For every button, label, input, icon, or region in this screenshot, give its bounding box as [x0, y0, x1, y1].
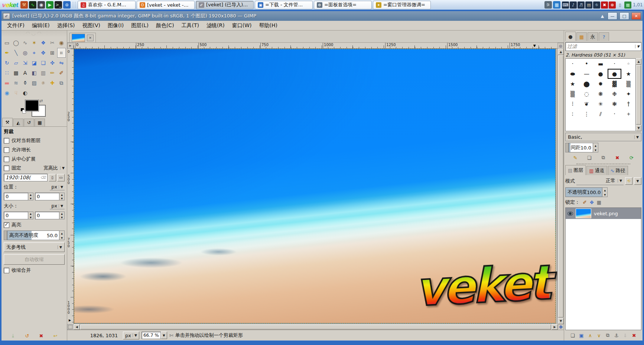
gradient-tool[interactable]: ▥ — [39, 68, 48, 78]
brush-item[interactable]: ✸ — [593, 79, 608, 89]
highlight-checkbox[interactable] — [4, 222, 9, 228]
paths-tool[interactable]: ✒ — [3, 48, 11, 58]
perspective-tool[interactable]: ◪ — [30, 58, 38, 68]
ellipse-select-tool[interactable]: ◯ — [12, 38, 20, 48]
size-y-spinner[interactable]: 0 ▲▼ — [35, 212, 65, 219]
brush-item[interactable]: ⬤ — [580, 79, 594, 89]
guides-combo[interactable]: 无参考线 ▼ — [4, 242, 65, 252]
duplicate-brush-button[interactable]: ⧉ — [599, 154, 607, 161]
scroll-down-icon[interactable]: ▼ — [636, 125, 641, 131]
handle-transform-tool[interactable]: ✜ — [48, 58, 56, 68]
brush-item[interactable]: ❋ — [593, 89, 608, 99]
brush-item[interactable]: · — [608, 59, 622, 69]
brush-filter-input[interactable]: 过滤 ▼ — [565, 42, 641, 51]
tab-fonts[interactable]: 永 — [588, 32, 598, 41]
fixed-checkbox[interactable] — [4, 165, 9, 171]
volume-icon[interactable]: ♪ — [570, 1, 577, 9]
foreground-color-swatch[interactable] — [25, 100, 39, 111]
delete-brush-button[interactable]: ✖ — [613, 154, 621, 161]
highlight-opacity-slider[interactable]: 高亮不透明度 50.0 — [7, 230, 59, 240]
menu-item[interactable]: 图层(L) — [128, 22, 152, 30]
heal-tool[interactable]: ✚ — [48, 78, 56, 88]
edit-brush-button[interactable]: ✎ — [571, 154, 579, 161]
menu-item[interactable]: 帮助(H) — [256, 22, 281, 30]
terminal-icon[interactable]: >_ — [55, 1, 62, 9]
shrink-merged-row[interactable]: 收缩合并 — [4, 267, 65, 274]
spinner-arrows[interactable]: ▲▼ — [59, 193, 65, 200]
menu-item[interactable]: 颜色(C) — [153, 22, 178, 30]
play-green-icon[interactable]: ▶ — [46, 1, 53, 9]
navigation-button[interactable]: ✥ — [558, 324, 564, 330]
clipboard-tray-icon[interactable]: ▤ — [585, 1, 592, 9]
menu-item[interactable]: 滤镜(R) — [203, 22, 228, 30]
menu-item[interactable]: 工具(T) — [178, 22, 202, 30]
scissors-select-tool[interactable]: ✂ — [48, 38, 56, 48]
portrait-button[interactable]: ▯ — [49, 174, 56, 181]
menu-item[interactable]: 图像(I) — [104, 22, 127, 30]
brush-item[interactable]: ∶ — [566, 109, 580, 119]
brush-item[interactable]: ▒ — [566, 89, 580, 99]
zoom-tool[interactable]: ◎ — [21, 48, 29, 58]
brush-item[interactable]: ❦ — [580, 99, 594, 109]
canvas-image[interactable]: veket — [74, 49, 556, 323]
checkbox-icon[interactable] — [4, 157, 9, 162]
tab-patterns[interactable]: ▦ — [576, 32, 587, 41]
menu-item[interactable]: 选择(S) — [54, 22, 78, 30]
shear-tool[interactable]: ▱ — [12, 58, 20, 68]
measure-tool[interactable]: ⌖ — [30, 48, 38, 58]
brush-item[interactable]: • — [580, 59, 594, 69]
auto-shrink-button[interactable]: 自动收缩 — [4, 254, 65, 265]
spinner-arrows[interactable]: ▲▼ — [59, 230, 65, 240]
position-unit-combo[interactable]: px ▼ — [50, 184, 65, 190]
brush-item[interactable]: ▓ — [608, 79, 622, 89]
shrink-merged-checkbox[interactable] — [4, 268, 9, 273]
taskbar-window-button[interactable]: ▣ =下载 - 文件管... — [255, 1, 313, 9]
mode-extra-dropdown[interactable]: ▼ — [634, 177, 641, 185]
new-brush-button[interactable]: ❏ — [585, 154, 593, 161]
free-select-tool[interactable]: ∿ — [21, 38, 29, 48]
layer-row[interactable]: veket.png — [566, 208, 641, 219]
fixed-mode-combo[interactable]: 宽高比 ▼ — [43, 165, 65, 171]
size-y-value[interactable]: 0 — [35, 212, 59, 219]
tab-image-thumb[interactable]: ▦ — [35, 119, 45, 126]
layer-mode-combo[interactable]: 正常 ▼ — [576, 177, 624, 185]
taskbar-window-button[interactable]: ♫ 喜欢你 - G.E.M… — [78, 1, 136, 9]
ink-tool[interactable]: ⚱ — [21, 78, 29, 88]
eraser-tool[interactable]: ▬ — [3, 78, 11, 88]
perspective-clone-tool[interactable]: ⧉ — [57, 78, 66, 88]
brush-scroll-thumb[interactable] — [636, 65, 641, 125]
select-by-color-tool[interactable]: ❖ — [39, 38, 48, 48]
taskbar-window-button[interactable]: ✐ [veket] (已导入)… — [196, 1, 254, 9]
dodge-burn-tool[interactable]: ◐ — [21, 88, 29, 98]
brush-item[interactable]: ❉ — [608, 89, 622, 99]
zoom-dropdown-button[interactable]: ▼ — [161, 332, 167, 339]
tab-channels[interactable]: ▥ 通道 — [586, 166, 607, 175]
dock-separator[interactable] — [576, 164, 630, 164]
aspect-ratio-input[interactable]: 1920:108( ⌫ — [4, 174, 48, 181]
cpu-chip-icon[interactable]: ▩ — [624, 1, 631, 9]
restore-tool-options-button[interactable]: ↺ — [23, 332, 31, 339]
spinner-arrows[interactable]: ▲▼ — [602, 187, 608, 197]
merge-down-button[interactable]: ⇓ — [621, 332, 630, 339]
brush-item[interactable]: ● — [608, 69, 622, 79]
position-x-spinner[interactable]: 0 ▲▼ — [4, 193, 33, 200]
horizontal-ruler[interactable]: 02505007501000125015001750▼ — [74, 43, 557, 49]
unit-combo[interactable]: px ▼ — [123, 332, 139, 339]
swap-colors-icon[interactable]: ⇄ — [39, 99, 43, 103]
brush-item[interactable]: † — [621, 99, 635, 109]
wallpaper-preview-icon[interactable]: ▦ — [553, 1, 560, 9]
screenshot-tool-icon[interactable]: ⚞ — [544, 1, 552, 9]
brush-item[interactable]: · — [566, 59, 580, 69]
brush-item[interactable]: ▬ — [593, 59, 608, 69]
menu-item[interactable]: 视图(V) — [79, 22, 104, 30]
brush-item[interactable]: ✦ — [621, 89, 635, 99]
tab-paths[interactable]: ∿ 路径 — [608, 166, 628, 175]
spinner-arrows[interactable]: ▲▼ — [593, 143, 598, 152]
scroll-down-icon[interactable]: ▼ — [558, 318, 564, 324]
mode-switch-button[interactable]: ⟲ — [625, 177, 632, 185]
size-x-value[interactable]: 0 — [4, 212, 28, 219]
brush-set-combo[interactable]: Basic, ▼ — [565, 133, 641, 141]
align-tool[interactable]: ⊞ — [48, 48, 56, 58]
checkbox-icon[interactable] — [4, 147, 9, 153]
brush-item[interactable]: ◌ — [580, 89, 594, 99]
